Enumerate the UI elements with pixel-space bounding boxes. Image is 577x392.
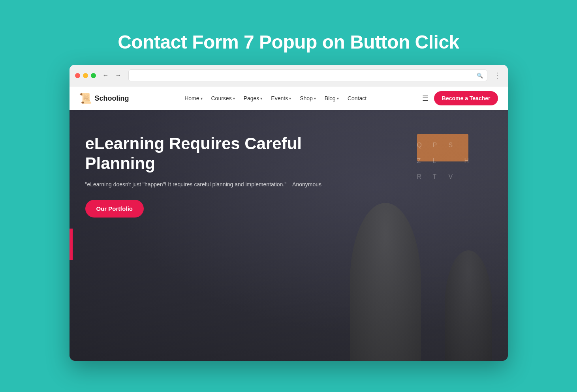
browser-window: ← → 🔍 ⋮ 📜 Schooling Home ▾ Courses <box>70 65 508 361</box>
board-letter <box>449 158 460 169</box>
hero-section: Q P S Z L H R T V eLearning Requires Car… <box>70 110 508 361</box>
board-letter <box>464 142 476 154</box>
page-title: Contact Form 7 Popup on Button Click <box>118 31 459 53</box>
board-letter: T <box>433 173 445 185</box>
hero-title: eLearning Requires Careful Planning <box>85 134 330 174</box>
hero-content: eLearning Requires Careful Planning "eLe… <box>70 110 346 233</box>
person-silhouette-1 <box>350 203 421 361</box>
browser-menu-icon[interactable]: ⋮ <box>492 70 502 81</box>
nav-link-events[interactable]: Events ▾ <box>271 95 291 101</box>
nav-link-home-label: Home <box>184 95 199 101</box>
hero-subtitle: "eLearning doesn't just "happen"! It req… <box>85 180 330 189</box>
become-teacher-button[interactable]: Become a Teacher <box>434 91 498 105</box>
nav-link-contact[interactable]: Contact <box>348 95 366 101</box>
person-silhouette-2 <box>445 250 492 361</box>
nav-link-pages[interactable]: Pages ▾ <box>244 95 263 101</box>
board-letter: R <box>417 173 429 185</box>
search-icon: 🔍 <box>477 73 483 79</box>
nav-link-courses-label: Courses <box>211 95 232 101</box>
chevron-down-icon: ▾ <box>337 96 339 101</box>
back-button[interactable]: ← <box>101 70 111 81</box>
nav-right: ☰ Become a Teacher <box>422 91 498 105</box>
chevron-down-icon: ▾ <box>233 96 235 101</box>
traffic-lights <box>75 73 96 78</box>
hamburger-icon[interactable]: ☰ <box>422 94 429 103</box>
board-letter: L <box>433 158 445 169</box>
nav-link-blog-label: Blog <box>325 95 336 101</box>
nav-link-contact-label: Contact <box>348 95 366 101</box>
board-letter: S <box>449 142 460 154</box>
chevron-down-icon: ▾ <box>260 96 262 101</box>
nav-buttons: ← → <box>101 70 124 81</box>
address-bar[interactable]: 🔍 <box>128 69 487 81</box>
nav-link-home[interactable]: Home ▾ <box>184 95 202 101</box>
board-letters: Q P S Z L H R T V <box>417 142 476 185</box>
board-letter: Q <box>417 142 429 154</box>
close-button[interactable] <box>75 73 80 78</box>
logo-text: Schooling <box>95 94 129 103</box>
board-letter: P <box>433 142 445 154</box>
chevron-down-icon: ▾ <box>314 96 316 101</box>
nav-link-events-label: Events <box>271 95 288 101</box>
url-input[interactable] <box>133 73 477 79</box>
board-letter: Z <box>417 158 429 169</box>
site-nav-links: Home ▾ Courses ▾ Pages ▾ Events ▾ Shop <box>184 95 366 101</box>
forward-button[interactable]: → <box>113 70 124 81</box>
minimize-button[interactable] <box>83 73 88 78</box>
our-portfolio-button[interactable]: Our Portfolio <box>85 200 144 218</box>
website-content: 📜 Schooling Home ▾ Courses ▾ Pages ▾ Eve… <box>70 86 508 361</box>
nav-link-shop-label: Shop <box>300 95 313 101</box>
logo-icon: 📜 <box>79 92 92 105</box>
site-logo: 📜 Schooling <box>79 92 129 105</box>
nav-link-blog[interactable]: Blog ▾ <box>325 95 339 101</box>
nav-link-shop[interactable]: Shop ▾ <box>300 95 316 101</box>
board-letter: H <box>464 158 476 169</box>
site-navbar: 📜 Schooling Home ▾ Courses ▾ Pages ▾ Eve… <box>70 86 508 110</box>
chevron-down-icon: ▾ <box>201 96 203 101</box>
browser-chrome: ← → 🔍 ⋮ <box>70 65 508 86</box>
board-letter: V <box>449 173 460 185</box>
chevron-down-icon: ▾ <box>289 96 291 101</box>
nav-link-pages-label: Pages <box>244 95 259 101</box>
nav-link-courses[interactable]: Courses ▾ <box>211 95 235 101</box>
maximize-button[interactable] <box>91 73 96 78</box>
